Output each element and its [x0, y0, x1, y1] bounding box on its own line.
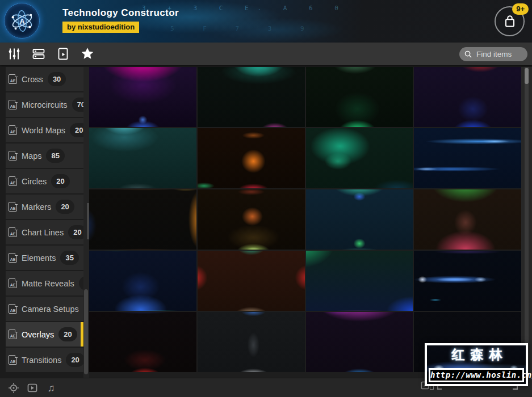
grid-scrollbar[interactable]	[521, 67, 532, 378]
sidebar-item-matte-reveals[interactable]: AEMatte Reveals1	[6, 271, 83, 295]
sidebar-item-label: Elements	[22, 254, 56, 263]
thumbnail-14[interactable]	[198, 251, 305, 311]
content-area: AECross30AEMicrocircuits70AEWorld Maps20…	[0, 65, 532, 378]
sidebar-item-label: Maps	[22, 151, 41, 161]
cart-button[interactable]: 9+	[495, 6, 525, 36]
item-count-badge: 35	[60, 251, 78, 265]
watermark-title: 红森林	[427, 346, 526, 364]
thumbnail-3[interactable]	[306, 67, 413, 127]
sidebar-item-label: Transitions	[22, 356, 61, 365]
thumbnail-8[interactable]	[414, 128, 521, 188]
sidebar-item-transitions[interactable]: AETransitions20	[6, 348, 83, 372]
sidebar-scrollbar-thumb[interactable]	[84, 289, 88, 374]
sidebar-item-markers[interactable]: AEMarkers20	[6, 195, 83, 219]
motion-orbit-icon[interactable]	[7, 382, 20, 394]
video-preview-icon[interactable]	[26, 382, 39, 394]
thumbnail-5[interactable]	[89, 128, 196, 188]
sidebar-item-label: Camera Setups	[22, 305, 79, 314]
sidebar-item-camera-setups[interactable]: AECamera Setups	[6, 297, 83, 321]
sidebar-item-elements[interactable]: AEElements35	[6, 246, 83, 270]
item-count-badge: 20	[51, 174, 69, 188]
grid-scrollbar-thumb[interactable]	[525, 68, 529, 84]
item-count-badge: 85	[46, 149, 64, 163]
shopping-bag-icon	[501, 13, 518, 30]
search-input[interactable]	[475, 49, 523, 59]
ae-file-icon: AE	[9, 100, 17, 109]
app-header: 3 + 3 C E. A 6 0 5 F 7 3 9 A Technology …	[0, 0, 532, 43]
thumbnail-11[interactable]	[306, 189, 413, 250]
resize-square-mark	[430, 386, 434, 390]
item-count-badge: 20	[66, 353, 83, 367]
item-count-badge: 1	[79, 276, 83, 290]
thumbnail-4[interactable]	[414, 67, 521, 127]
sidebar-item-world-maps[interactable]: AEWorld Maps20	[6, 118, 83, 142]
watermark-overlay: 红森林 http://www.hoslin.cn/	[425, 343, 528, 386]
sidebar-item-label: World Maps	[22, 126, 65, 135]
sidebar-item-cross[interactable]: AECross30	[6, 67, 83, 91]
sliders-icon[interactable]	[7, 47, 22, 61]
ae-file-icon: AE	[9, 330, 17, 339]
item-count-badge: 20	[70, 123, 83, 137]
ae-file-icon: AE	[9, 253, 17, 263]
ae-file-icon: AE	[9, 125, 17, 135]
sidebar-item-microcircuits[interactable]: AEMicrocircuits70	[6, 92, 83, 117]
search-icon	[464, 50, 472, 58]
thumbnail-15[interactable]	[306, 251, 413, 311]
sidebar-item-label: Overlays	[22, 330, 54, 339]
header-bg-glyphs-2: 5 F 7 3 9	[170, 25, 317, 32]
sidebar-item-label: Circles	[22, 177, 47, 186]
sidebar-item-label: Microcircuits	[22, 100, 68, 109]
sidebar-item-label: Cross	[22, 75, 43, 84]
thumbnail-1[interactable]	[89, 67, 196, 127]
video-file-icon[interactable]	[56, 47, 70, 61]
stack-list-icon[interactable]	[31, 47, 46, 61]
app-byline: by nixstudioedition	[62, 22, 139, 33]
app-title: Technology Constructor	[62, 7, 179, 19]
thumbnail-13[interactable]	[89, 251, 196, 311]
ae-file-icon: AE	[9, 151, 17, 161]
thumbnail-19[interactable]	[306, 312, 413, 372]
app-logo-icon[interactable]: A	[4, 3, 40, 39]
item-count-badge: 20	[56, 200, 74, 214]
watermark-url: http://www.hoslin.cn/	[429, 368, 524, 382]
ae-file-icon: AE	[9, 278, 17, 288]
sidebar-item-label: Chart Lines	[22, 228, 64, 237]
item-count-badge: 70	[72, 98, 83, 112]
cart-badge: 9+	[512, 3, 529, 15]
logo-letter: A	[19, 17, 24, 25]
sidebar-item-maps[interactable]: AEMaps85	[6, 143, 83, 168]
search-box[interactable]	[459, 47, 527, 61]
thumbnail-10[interactable]	[198, 189, 305, 250]
sidebar-scrollbar-tick	[87, 203, 89, 239]
ae-file-icon: AE	[9, 202, 17, 212]
item-count-badge: 20	[68, 225, 83, 239]
sidebar-scrollbar[interactable]	[83, 67, 89, 378]
ae-file-icon: AE	[9, 227, 17, 237]
header-titles: Technology Constructor by nixstudioediti…	[62, 7, 179, 33]
audio-icon[interactable]: ♫	[45, 382, 57, 394]
app-window: 3 + 3 C E. A 6 0 5 F 7 3 9 A Technology …	[0, 0, 532, 397]
thumbnail-18[interactable]	[198, 312, 305, 372]
thumbnail-grid	[89, 67, 521, 378]
thumbnail-2[interactable]	[198, 67, 305, 127]
sidebar-item-label: Markers	[22, 202, 51, 212]
ae-file-icon: AE	[9, 74, 17, 84]
thumbnail-17[interactable]	[89, 312, 196, 372]
main-panel	[89, 67, 532, 378]
ae-file-icon: AE	[9, 355, 17, 365]
thumbnail-6[interactable]	[198, 128, 305, 188]
toolbar	[0, 43, 532, 65]
favorites-star-icon[interactable]	[80, 47, 95, 61]
sidebar-item-circles[interactable]: AECircles20	[6, 169, 83, 193]
thumbnail-12[interactable]	[414, 189, 521, 250]
ae-file-icon: AE	[9, 304, 17, 314]
sidebar-item-chart-lines[interactable]: AEChart Lines20	[6, 220, 83, 244]
sidebar: AECross30AEMicrocircuits70AEWorld Maps20…	[0, 67, 83, 378]
thumbnail-9[interactable]	[89, 189, 196, 250]
item-count-badge: 20	[58, 327, 77, 341]
ae-file-icon: AE	[9, 176, 17, 186]
thumbnail-16[interactable]	[414, 251, 521, 311]
sidebar-item-overlays[interactable]: AEOverlays20	[6, 322, 83, 347]
thumbnail-7[interactable]	[306, 128, 413, 188]
item-count-badge: 30	[48, 72, 66, 86]
